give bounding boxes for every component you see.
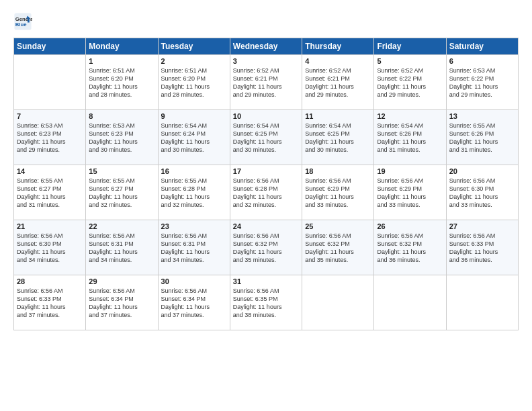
day-number: 7 xyxy=(17,112,83,120)
day-info: Sunrise: 6:56 AM Sunset: 6:32 PM Dayligh… xyxy=(377,232,443,265)
day-cell: 31Sunrise: 6:56 AM Sunset: 6:35 PM Dayli… xyxy=(230,275,302,330)
day-cell: 24Sunrise: 6:56 AM Sunset: 6:32 PM Dayli… xyxy=(230,220,302,275)
day-cell: 6Sunrise: 6:53 AM Sunset: 6:22 PM Daylig… xyxy=(446,55,518,110)
col-header-saturday: Saturday xyxy=(446,38,518,55)
day-number: 2 xyxy=(161,57,227,65)
col-header-sunday: Sunday xyxy=(14,38,86,55)
day-cell: 16Sunrise: 6:55 AM Sunset: 6:28 PM Dayli… xyxy=(158,165,230,220)
day-number: 23 xyxy=(161,222,227,230)
week-row-2: 7Sunrise: 6:53 AM Sunset: 6:23 PM Daylig… xyxy=(14,110,519,165)
day-info: Sunrise: 6:56 AM Sunset: 6:32 PM Dayligh… xyxy=(305,232,371,265)
day-info: Sunrise: 6:54 AM Sunset: 6:24 PM Dayligh… xyxy=(161,122,227,154)
day-info: Sunrise: 6:52 AM Sunset: 6:21 PM Dayligh… xyxy=(305,66,371,99)
day-number: 16 xyxy=(161,167,227,175)
day-cell: 22Sunrise: 6:56 AM Sunset: 6:31 PM Dayli… xyxy=(86,220,158,275)
day-cell: 11Sunrise: 6:54 AM Sunset: 6:25 PM Dayli… xyxy=(302,110,374,165)
day-number: 31 xyxy=(233,277,299,285)
day-number: 18 xyxy=(305,167,371,175)
day-number: 26 xyxy=(377,222,443,230)
day-cell: 19Sunrise: 6:56 AM Sunset: 6:29 PM Dayli… xyxy=(374,165,446,220)
day-number: 3 xyxy=(233,57,299,65)
day-cell: 23Sunrise: 6:56 AM Sunset: 6:31 PM Dayli… xyxy=(158,220,230,275)
day-number: 30 xyxy=(161,277,227,285)
day-cell: 1Sunrise: 6:51 AM Sunset: 6:20 PM Daylig… xyxy=(86,55,158,110)
day-info: Sunrise: 6:55 AM Sunset: 6:27 PM Dayligh… xyxy=(17,177,83,210)
day-number: 8 xyxy=(89,112,154,120)
col-header-wednesday: Wednesday xyxy=(230,38,302,55)
day-cell: 3Sunrise: 6:52 AM Sunset: 6:21 PM Daylig… xyxy=(230,55,302,110)
day-cell: 2Sunrise: 6:51 AM Sunset: 6:20 PM Daylig… xyxy=(158,55,230,110)
header: General Blue xyxy=(13,12,519,31)
day-info: Sunrise: 6:54 AM Sunset: 6:26 PM Dayligh… xyxy=(377,122,443,154)
day-cell: 29Sunrise: 6:56 AM Sunset: 6:34 PM Dayli… xyxy=(86,275,158,330)
day-info: Sunrise: 6:52 AM Sunset: 6:21 PM Dayligh… xyxy=(233,66,299,99)
day-number: 13 xyxy=(449,112,515,120)
day-info: Sunrise: 6:51 AM Sunset: 6:20 PM Dayligh… xyxy=(161,66,227,99)
day-cell: 14Sunrise: 6:55 AM Sunset: 6:27 PM Dayli… xyxy=(14,165,86,220)
day-cell xyxy=(14,55,86,110)
day-info: Sunrise: 6:55 AM Sunset: 6:26 PM Dayligh… xyxy=(449,122,515,154)
day-info: Sunrise: 6:56 AM Sunset: 6:29 PM Dayligh… xyxy=(377,177,443,210)
day-number: 4 xyxy=(305,57,371,65)
week-row-4: 21Sunrise: 6:56 AM Sunset: 6:30 PM Dayli… xyxy=(14,220,519,275)
day-info: Sunrise: 6:53 AM Sunset: 6:23 PM Dayligh… xyxy=(89,122,154,154)
day-cell xyxy=(446,275,518,330)
day-number: 22 xyxy=(89,222,154,230)
day-number: 1 xyxy=(89,57,154,65)
day-number: 19 xyxy=(377,167,443,175)
day-cell: 21Sunrise: 6:56 AM Sunset: 6:30 PM Dayli… xyxy=(14,220,86,275)
day-info: Sunrise: 6:56 AM Sunset: 6:33 PM Dayligh… xyxy=(449,232,515,265)
calendar-page: General Blue SundayMondayTuesdayWednesda… xyxy=(0,0,532,411)
day-number: 6 xyxy=(449,57,515,65)
day-number: 11 xyxy=(305,112,371,120)
day-number: 21 xyxy=(17,222,83,230)
day-cell: 26Sunrise: 6:56 AM Sunset: 6:32 PM Dayli… xyxy=(374,220,446,275)
day-cell: 20Sunrise: 6:56 AM Sunset: 6:30 PM Dayli… xyxy=(446,165,518,220)
day-info: Sunrise: 6:56 AM Sunset: 6:28 PM Dayligh… xyxy=(233,177,299,210)
calendar-table: SundayMondayTuesdayWednesdayThursdayFrid… xyxy=(13,38,519,330)
day-cell: 18Sunrise: 6:56 AM Sunset: 6:29 PM Dayli… xyxy=(302,165,374,220)
day-info: Sunrise: 6:53 AM Sunset: 6:22 PM Dayligh… xyxy=(449,66,515,99)
day-number: 29 xyxy=(89,277,154,285)
week-row-5: 28Sunrise: 6:56 AM Sunset: 6:33 PM Dayli… xyxy=(14,275,519,330)
logo: General Blue xyxy=(13,12,35,31)
day-number: 28 xyxy=(17,277,83,285)
day-cell: 4Sunrise: 6:52 AM Sunset: 6:21 PM Daylig… xyxy=(302,55,374,110)
day-number: 12 xyxy=(377,112,443,120)
day-info: Sunrise: 6:56 AM Sunset: 6:34 PM Dayligh… xyxy=(161,287,227,320)
day-info: Sunrise: 6:56 AM Sunset: 6:32 PM Dayligh… xyxy=(233,232,299,265)
day-cell: 17Sunrise: 6:56 AM Sunset: 6:28 PM Dayli… xyxy=(230,165,302,220)
day-cell: 15Sunrise: 6:55 AM Sunset: 6:27 PM Dayli… xyxy=(86,165,158,220)
col-header-thursday: Thursday xyxy=(302,38,374,55)
svg-text:Blue: Blue xyxy=(15,21,27,28)
day-number: 25 xyxy=(305,222,371,230)
day-cell xyxy=(374,275,446,330)
day-cell: 5Sunrise: 6:52 AM Sunset: 6:22 PM Daylig… xyxy=(374,55,446,110)
day-info: Sunrise: 6:55 AM Sunset: 6:28 PM Dayligh… xyxy=(161,177,227,210)
col-header-tuesday: Tuesday xyxy=(158,38,230,55)
day-info: Sunrise: 6:52 AM Sunset: 6:22 PM Dayligh… xyxy=(377,66,443,99)
header-row: SundayMondayTuesdayWednesdayThursdayFrid… xyxy=(14,38,519,55)
day-cell: 10Sunrise: 6:54 AM Sunset: 6:25 PM Dayli… xyxy=(230,110,302,165)
day-cell: 25Sunrise: 6:56 AM Sunset: 6:32 PM Dayli… xyxy=(302,220,374,275)
day-info: Sunrise: 6:54 AM Sunset: 6:25 PM Dayligh… xyxy=(233,122,299,154)
day-cell: 7Sunrise: 6:53 AM Sunset: 6:23 PM Daylig… xyxy=(14,110,86,165)
day-cell: 9Sunrise: 6:54 AM Sunset: 6:24 PM Daylig… xyxy=(158,110,230,165)
day-number: 15 xyxy=(89,167,154,175)
day-info: Sunrise: 6:55 AM Sunset: 6:27 PM Dayligh… xyxy=(89,177,154,210)
day-info: Sunrise: 6:53 AM Sunset: 6:23 PM Dayligh… xyxy=(17,122,83,154)
week-row-3: 14Sunrise: 6:55 AM Sunset: 6:27 PM Dayli… xyxy=(14,165,519,220)
day-info: Sunrise: 6:56 AM Sunset: 6:30 PM Dayligh… xyxy=(449,177,515,210)
day-number: 27 xyxy=(449,222,515,230)
day-cell: 13Sunrise: 6:55 AM Sunset: 6:26 PM Dayli… xyxy=(446,110,518,165)
day-cell: 30Sunrise: 6:56 AM Sunset: 6:34 PM Dayli… xyxy=(158,275,230,330)
day-info: Sunrise: 6:56 AM Sunset: 6:30 PM Dayligh… xyxy=(17,232,83,265)
day-info: Sunrise: 6:56 AM Sunset: 6:35 PM Dayligh… xyxy=(233,287,299,320)
logo-icon: General Blue xyxy=(13,12,32,31)
day-number: 10 xyxy=(233,112,299,120)
day-number: 20 xyxy=(449,167,515,175)
day-cell: 8Sunrise: 6:53 AM Sunset: 6:23 PM Daylig… xyxy=(86,110,158,165)
svg-text:General: General xyxy=(15,16,32,22)
day-number: 24 xyxy=(233,222,299,230)
day-info: Sunrise: 6:51 AM Sunset: 6:20 PM Dayligh… xyxy=(89,66,154,99)
